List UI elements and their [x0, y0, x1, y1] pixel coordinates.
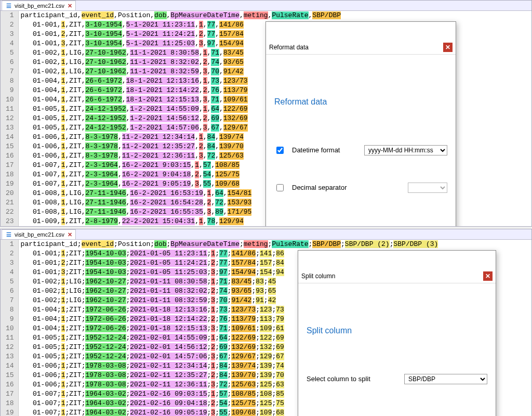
close-tab-icon[interactable]: ✕ [68, 231, 72, 238]
select-column-dropdown[interactable]: SBP/DBP [404, 374, 487, 384]
top-editor-panel: ☰ visit_bp_emc21.csv ✕ 1 2 3 4 5 6 7 8 9… [0, 0, 532, 227]
tab-bar: ☰ visit_bp_emc21.csv ✕ [1, 229, 531, 240]
dialog-titlebar[interactable]: Split column ✕ [298, 269, 496, 283]
split-column-dialog: Split column ✕ Split column Select colum… [298, 250, 496, 416]
tab-bar: ☰ visit_bp_emc21.csv ✕ [1, 1, 531, 11]
decimal-sep-select [408, 183, 447, 193]
tab-filename: visit_bp_emc21.csv [15, 231, 64, 238]
tab-filename: visit_bp_emc21.csv [15, 3, 64, 9]
dialog-title: Reformat data [269, 43, 309, 52]
code-editor[interactable]: 1 2 3 4 5 6 7 8 9 10 11 12 13 14 15 16 1… [1, 11, 531, 226]
file-icon: ☰ [5, 2, 12, 9]
select-column-label: Select column to split [307, 374, 399, 384]
file-icon: ☰ [5, 231, 12, 238]
dialog-heading: Reformat data [274, 97, 447, 107]
close-icon[interactable]: ✕ [483, 271, 493, 281]
line-gutter: 1 2 3 4 5 6 7 8 9 10 11 12 13 14 15 16 1… [1, 240, 19, 416]
decimal-sep-checkbox[interactable] [276, 184, 284, 191]
code-editor[interactable]: 1 2 3 4 5 6 7 8 9 10 11 12 13 14 15 16 1… [1, 240, 531, 416]
bottom-editor-panel: ☰ visit_bp_emc21.csv ✕ 1 2 3 4 5 6 7 8 9… [0, 229, 532, 416]
dialog-heading: Split column [307, 326, 487, 335]
datetime-format-label: Datetime format [292, 146, 359, 155]
file-tab[interactable]: ☰ visit_bp_emc21.csv ✕ [2, 229, 76, 239]
dialog-title: Split column [301, 271, 335, 281]
reformat-dialog: Reformat data ✕ Reformat data Datetime f… [265, 21, 456, 226]
datetime-format-select[interactable]: yyyy-MM-dd HH:mm:ss [364, 145, 447, 155]
decimal-sep-label: Decimal separator [292, 183, 403, 192]
close-tab-icon[interactable]: ✕ [68, 3, 72, 9]
line-gutter: 1 2 3 4 5 6 7 8 9 10 11 12 13 14 15 16 1… [1, 11, 19, 226]
dialog-titlebar[interactable]: Reformat data ✕ [266, 41, 456, 55]
file-tab[interactable]: ☰ visit_bp_emc21.csv ✕ [2, 1, 76, 10]
close-icon[interactable]: ✕ [443, 43, 453, 52]
datetime-format-checkbox[interactable] [276, 147, 284, 154]
